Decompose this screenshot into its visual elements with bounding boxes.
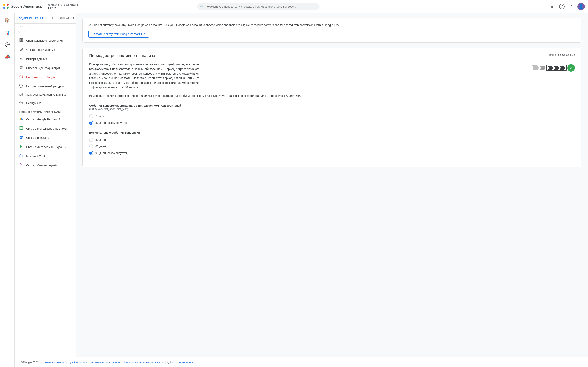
radio-60days[interactable]: 60 дней bbox=[89, 143, 575, 150]
radio-90days[interactable]: 90 дней (рекомендуется) bbox=[89, 150, 575, 156]
header-actions: ⠿ ? ⋮ 👤 bbox=[548, 2, 585, 11]
sidebar-item-bigquery[interactable]: BQ Связь с BigQuery bbox=[15, 133, 76, 142]
sidebar-item-identification[interactable]: Способы идентификации bbox=[15, 63, 76, 73]
advertising-icon: 📣 bbox=[4, 54, 10, 59]
affects-badge: Влияет на все данные bbox=[549, 53, 575, 56]
ad-manager-icon bbox=[19, 126, 24, 131]
svg-rect-2 bbox=[20, 40, 21, 42]
sidebar-item-label: Запросы на удаление данных bbox=[26, 93, 66, 96]
app-name: Google Аналитика bbox=[11, 4, 42, 8]
help-icon: ? bbox=[559, 4, 564, 9]
sidebar-item-optimize[interactable]: Связь с Оптимизацией bbox=[15, 161, 76, 170]
help-button[interactable]: ? bbox=[558, 2, 566, 11]
nav-advertising[interactable]: 📣 bbox=[2, 51, 13, 63]
sidebar-item-label: Связь с BigQuery bbox=[26, 136, 49, 140]
footer-copyright: ©Google, 2023. bbox=[21, 361, 40, 364]
funnel-box bbox=[546, 65, 567, 71]
radio-30days[interactable]: 30 дней (рекомендуется) bbox=[89, 119, 575, 126]
import-icon bbox=[19, 56, 24, 61]
display-video-icon bbox=[19, 144, 24, 150]
feedback-icon: 💬 bbox=[167, 361, 171, 364]
nav-reports[interactable]: 📊 bbox=[2, 27, 13, 38]
radio-30days-g2[interactable]: 30 дней bbox=[89, 137, 575, 143]
footer-link-privacy[interactable]: Политика конфиденциальности bbox=[124, 361, 164, 364]
back-icon: ← bbox=[20, 28, 24, 32]
funnel-inner-1 bbox=[548, 66, 553, 70]
account-selector-chevron: ▼ bbox=[54, 6, 57, 9]
svg-rect-1 bbox=[22, 39, 23, 40]
search-input[interactable] bbox=[205, 5, 316, 8]
funnel-arrow-1 bbox=[532, 66, 539, 70]
sidebar-item-data-settings[interactable]: › Настройки данных bbox=[15, 45, 76, 54]
breadcrumb-text: Все аккаунты › Новый аккаунт bbox=[47, 4, 78, 6]
sidebar-item-debugview[interactable]: DebugView bbox=[15, 98, 76, 108]
sidebar-item-label: Merchant Center bbox=[26, 155, 47, 158]
sidebar-item-special-definitions[interactable]: Специальные определения bbox=[15, 36, 76, 45]
more-button[interactable]: ⋮ bbox=[568, 2, 576, 11]
svg-point-10 bbox=[21, 102, 22, 103]
optimize-icon bbox=[19, 163, 24, 168]
attribution-note: Изменение периода ретроспективного анали… bbox=[89, 94, 575, 98]
apps-button[interactable]: ⠿ bbox=[548, 2, 556, 11]
sidebar-item-merchant-center[interactable]: Merchant Center bbox=[15, 151, 76, 161]
section-label-products: СВЯЗЬ С ДРУГИМИ ПРОДУКТАМИ bbox=[15, 108, 76, 115]
special-defs-icon bbox=[19, 38, 24, 43]
home-icon: 🏠 bbox=[4, 17, 10, 23]
main-layout: АДМИНИСТРАТОР ПОЛЬЗОВАТЕЛЬ ← Специальные… bbox=[15, 13, 588, 367]
tab-user[interactable]: ПОЛЬЗОВАТЕЛЬ bbox=[48, 13, 76, 24]
attribution-description: Конверсии могут быть зарегистрированы че… bbox=[89, 62, 199, 90]
footer-link-home[interactable]: Главная страница Google Аналитики bbox=[42, 361, 87, 364]
explore-icon: 💬 bbox=[5, 42, 10, 47]
sidebar-item-change-history[interactable]: История изменений ресурса bbox=[15, 82, 76, 91]
app-logo: Google Аналитика bbox=[3, 4, 42, 9]
funnel-inner-3 bbox=[560, 66, 565, 70]
debug-icon bbox=[19, 100, 24, 105]
sidebar-item-label: Настройки атрибуции bbox=[26, 76, 55, 79]
radio-label-60days: 60 дней bbox=[95, 145, 106, 148]
sidebar-item-attribution[interactable]: Настройки атрибуции bbox=[15, 73, 76, 82]
avatar[interactable]: 👤 bbox=[577, 3, 585, 10]
diagram-area: ✓ bbox=[532, 62, 575, 72]
app-header: Google Аналитика Все аккаунты › Новый ак… bbox=[0, 0, 588, 13]
nav-home[interactable]: 🏠 bbox=[2, 15, 13, 26]
radio-7days[interactable]: 7 дней bbox=[89, 113, 575, 119]
section-header: Период ретроспективного анализа Влияет н… bbox=[89, 53, 575, 58]
sidebar-item-google-ads[interactable]: Связь с Google Рекламой bbox=[15, 115, 76, 124]
link-google-ads-button[interactable]: Связать с аккаунтом Google Рекламы ↗ bbox=[88, 31, 149, 38]
section-title: Период ретроспективного анализа bbox=[89, 53, 155, 58]
breadcrumb: Все аккаунты › Новый аккаунт pr-cy ▼ bbox=[47, 4, 78, 9]
sidebar-back: ← bbox=[15, 24, 76, 36]
avatar-image: 👤 bbox=[578, 4, 584, 9]
content-area: You do not currently have any linked Goo… bbox=[76, 13, 588, 367]
svg-point-5 bbox=[21, 49, 22, 50]
check-circle: ✓ bbox=[567, 64, 575, 72]
sidebar-item-label: Настройки данных bbox=[30, 48, 55, 51]
tab-admin[interactable]: АДМИНИСТРАТОР bbox=[15, 13, 48, 24]
more-icon: ⋮ bbox=[570, 4, 574, 9]
logo-dots bbox=[3, 4, 9, 9]
back-button[interactable]: ← bbox=[18, 26, 25, 33]
sidebar-item-display-video[interactable]: Связь с Дисплеем и Видео 360 bbox=[15, 142, 76, 151]
nav-explore[interactable]: 💬 bbox=[2, 39, 13, 50]
data-settings-icon bbox=[19, 47, 24, 52]
logo-dot-green bbox=[7, 7, 9, 9]
footer-link-terms[interactable]: Условия использования bbox=[91, 361, 120, 364]
svg-rect-3 bbox=[22, 40, 23, 42]
sidebar-item-ad-manager[interactable]: Связь с Менеджером рекламы bbox=[15, 124, 76, 133]
account-selector[interactable]: pr-cy ▼ bbox=[47, 6, 78, 9]
radio-circle-7days bbox=[89, 114, 93, 118]
logo-dot-blue bbox=[3, 7, 5, 9]
sidebar-item-data-import[interactable]: Импорт данных bbox=[15, 54, 76, 63]
radio-label-7days: 7 дней bbox=[95, 115, 104, 118]
attribution-icon bbox=[19, 75, 24, 80]
sidebar-item-label: Связь с Оптимизацией bbox=[26, 164, 57, 167]
radio-circle-60days bbox=[89, 144, 93, 149]
identification-icon bbox=[19, 66, 24, 71]
footer-link-feedback[interactable]: Отправить отзыв bbox=[172, 361, 193, 364]
description-row: Конверсии могут быть зарегистрированы че… bbox=[89, 62, 575, 94]
logo-dot-yellow bbox=[3, 4, 5, 6]
sidebar-item-delete-requests[interactable]: Dd Запросы на удаление данных bbox=[15, 91, 76, 98]
search-bar[interactable]: 🔍 bbox=[197, 3, 320, 10]
notice-text: You do not currently have any linked Goo… bbox=[88, 23, 576, 27]
sidebar-item-label: Способы идентификации bbox=[26, 67, 60, 70]
